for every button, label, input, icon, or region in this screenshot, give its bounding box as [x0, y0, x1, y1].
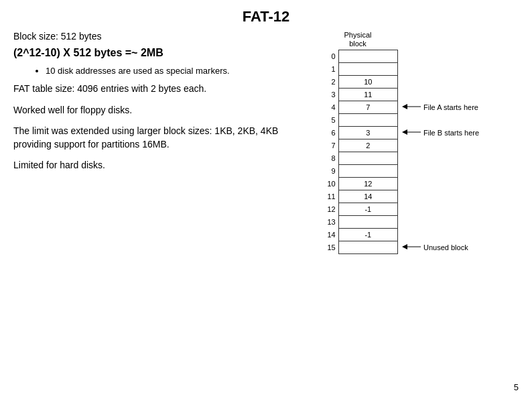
diagram-label: File B starts here	[402, 129, 479, 137]
row-number: 3	[311, 89, 338, 101]
floppy-text: Worked well for floppy disks.	[13, 104, 297, 117]
page-number: 5	[514, 382, 519, 392]
row-number: 9	[311, 165, 338, 178]
row-value: 14	[338, 190, 397, 203]
row-number: 4	[311, 101, 338, 114]
row-value: 3	[338, 127, 397, 139]
fat-table-info: FAT table size: 4096 entries with 2 byte…	[13, 82, 297, 96]
svg-marker-1	[402, 104, 407, 109]
diagram-label: File A starts here	[402, 103, 478, 111]
formula-text: (2^12-10) X 512 bytes =~ 2MB	[13, 47, 297, 59]
diagram-label: Unused block	[402, 243, 468, 251]
limit-text: The limit was extended using larger bloc…	[13, 125, 297, 151]
row-number: 5	[311, 114, 338, 127]
row-number: 11	[311, 190, 338, 203]
row-value: -1	[338, 203, 397, 216]
row-value	[338, 114, 397, 127]
row-value	[338, 241, 397, 254]
svg-marker-3	[402, 129, 407, 135]
arrow-icon	[402, 243, 421, 251]
row-value	[338, 216, 397, 229]
row-value: 12	[338, 178, 397, 190]
row-number: 14	[311, 229, 338, 241]
row-value: -1	[338, 229, 397, 241]
svg-marker-5	[402, 244, 407, 249]
arrow-icon	[402, 129, 421, 137]
arrow-icon	[402, 103, 421, 111]
block-size-text: Block size: 512 bytes	[13, 31, 297, 42]
row-number: 0	[311, 50, 338, 63]
diagram: Physical block 0121031147563728910121114…	[311, 31, 519, 254]
row-number: 13	[311, 216, 338, 229]
fat-table: 012103114756372891012111412-11314-115	[311, 50, 398, 254]
table-container: 012103114756372891012111412-11314-115 Fi…	[311, 50, 509, 254]
page-title: FAT-12	[0, 0, 532, 31]
row-value: 7	[338, 101, 397, 114]
row-number: 10	[311, 178, 338, 190]
row-number: 8	[311, 152, 338, 165]
row-number: 7	[311, 139, 338, 152]
row-number: 2	[311, 76, 338, 89]
row-value	[338, 63, 397, 76]
row-number: 12	[311, 203, 338, 216]
row-value	[338, 50, 397, 63]
side-labels: File A starts here File B starts here Un…	[402, 50, 509, 253]
row-value	[338, 165, 397, 178]
row-value: 10	[338, 76, 397, 89]
row-number: 15	[311, 241, 338, 254]
row-value: 2	[338, 139, 397, 152]
right-column: Physical block 0121031147563728910121114…	[311, 31, 519, 254]
row-number: 1	[311, 63, 338, 76]
left-column: Block size: 512 bytes (2^12-10) X 512 by…	[13, 31, 304, 254]
row-value	[338, 152, 397, 165]
bullet-text: 10 disk addresses are used as special ma…	[46, 66, 297, 76]
row-value: 11	[338, 89, 397, 101]
limited-text: Limited for hard disks.	[13, 159, 297, 172]
row-number: 6	[311, 127, 338, 139]
physical-block-label: Physical block	[331, 31, 385, 48]
